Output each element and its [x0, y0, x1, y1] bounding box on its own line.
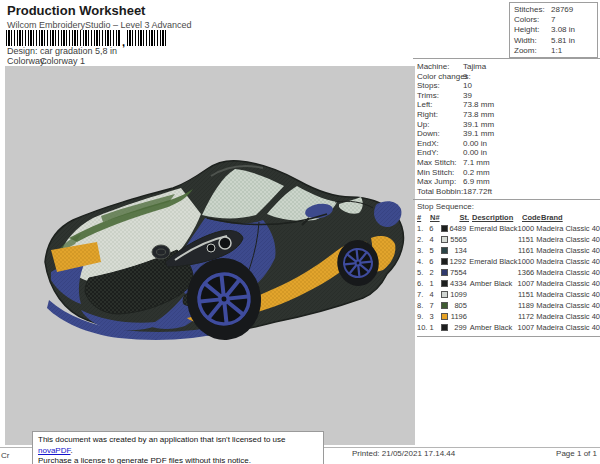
stop-row: 5.275541366Madeira Classic 40	[417, 267, 600, 278]
novapdf-link[interactable]: novaPDF	[38, 446, 70, 455]
stat-zoom: Zoom:1:1	[514, 46, 597, 56]
stop-row: 9.311961172Madeira Classic 40	[417, 311, 600, 322]
thread-color-swatch	[441, 269, 448, 276]
stop-row: 10.1299Amber Black1007Madeira Classic 40	[417, 322, 600, 333]
barcode-separator: ,	[120, 38, 127, 46]
machine-row: Color changes:9	[417, 72, 600, 82]
printed-timestamp: Printed: 21/05/2021 17.14.44	[352, 449, 455, 458]
stop-sequence-table: # N# St. Description Code Brand 1.66489E…	[417, 212, 600, 337]
thread-color-swatch	[441, 247, 448, 254]
machine-row: Min Stitch:0.2 mm	[417, 168, 600, 178]
stats-summary-box: Stitches:28769 Colors:7 Height:3.08 in W…	[509, 2, 598, 58]
thread-color-swatch	[441, 302, 448, 309]
stop-row: 7.410991151Madeira Classic 40	[417, 289, 600, 300]
thread-color-swatch	[441, 258, 448, 265]
machine-row: EndX:0.00 in	[417, 139, 600, 149]
machine-row: Trims:39	[417, 91, 600, 101]
stop-row: 2.455651151Madeira Classic 40	[417, 234, 600, 245]
page-number: Page 1 of 1	[556, 449, 597, 458]
thread-color-swatch	[441, 291, 448, 298]
thread-color-swatch	[441, 236, 448, 243]
stop-row: 8.78051189Madeira Classic 40	[417, 300, 600, 311]
thread-color-swatch	[441, 313, 448, 320]
design-value: car gradation 5,8 in	[40, 46, 117, 56]
stop-row: 4.61292Emerald Black1000Madeira Classic …	[417, 256, 600, 267]
thread-color-swatch	[441, 324, 448, 331]
machine-row: EndY:0.00 in	[417, 148, 600, 158]
notice-line-1: This document was created by an applicat…	[38, 435, 318, 456]
barcode-bars-left	[6, 30, 120, 46]
thread-color-swatch	[441, 280, 448, 287]
footer-clipped-text: Cr	[1, 451, 9, 460]
machine-row: Left:73.8 mm	[417, 100, 600, 110]
machine-row: Up:39.1 mm	[417, 120, 600, 130]
thread-color-swatch	[441, 225, 448, 232]
machine-row: Total Bobbin:187.72ft	[417, 187, 600, 197]
page-title: Production Worksheet	[7, 3, 145, 18]
stat-height: Height:3.08 in	[514, 25, 597, 35]
design-name-row: Design:car gradation 5,8 in	[7, 46, 117, 56]
stat-stitches: Stitches:28769	[514, 5, 597, 15]
details-panel: Machine:Tajima Color changes:9 Stops:10 …	[413, 58, 600, 337]
machine-row: Max Jump:6.9 mm	[417, 177, 600, 187]
stat-width: Width:5.81 in	[514, 36, 597, 46]
novapdf-notice: This document was created by an applicat…	[32, 431, 324, 464]
stop-row: 6.14334Amber Black1007Madeira Classic 40	[417, 278, 600, 289]
stop-row: 1.66489Emerald Black1000Madeira Classic …	[417, 223, 600, 234]
colorway-row: Colorway:Colorway 1	[7, 56, 85, 66]
stop-row: 3.51341161Madeira Classic 40	[417, 245, 600, 256]
stat-colors: Colors:7	[514, 15, 597, 25]
colorway-label: Colorway:	[7, 56, 40, 66]
design-canvas	[5, 66, 415, 445]
machine-row: Machine:Tajima	[417, 62, 600, 72]
colorway-value: Colorway 1	[40, 56, 85, 66]
stop-table-header: # N# St. Description Code Brand	[417, 212, 600, 223]
machine-row: Max Stitch:7.1 mm	[417, 158, 600, 168]
machine-row: Down:39.1 mm	[417, 129, 600, 139]
app-subtitle: Wilcom EmbroideryStudio – Level 3 Advanc…	[7, 20, 192, 30]
machine-row: Stops:10	[417, 81, 600, 91]
stop-sequence-section: Stop Sequence: # N# St. Description Code…	[413, 199, 600, 337]
barcode-bars-right	[127, 30, 167, 46]
stop-sequence-title: Stop Sequence:	[417, 202, 600, 212]
machine-row: Right:73.8 mm	[417, 110, 600, 120]
car-embroidery-design	[5, 66, 415, 445]
design-label: Design:	[7, 46, 40, 56]
car-badge	[152, 245, 170, 259]
machine-info-list: Machine:Tajima Color changes:9 Stops:10 …	[417, 62, 600, 196]
design-barcode: ,	[6, 30, 167, 46]
notice-line-2: Purchase a license to generate PDF files…	[38, 456, 318, 464]
